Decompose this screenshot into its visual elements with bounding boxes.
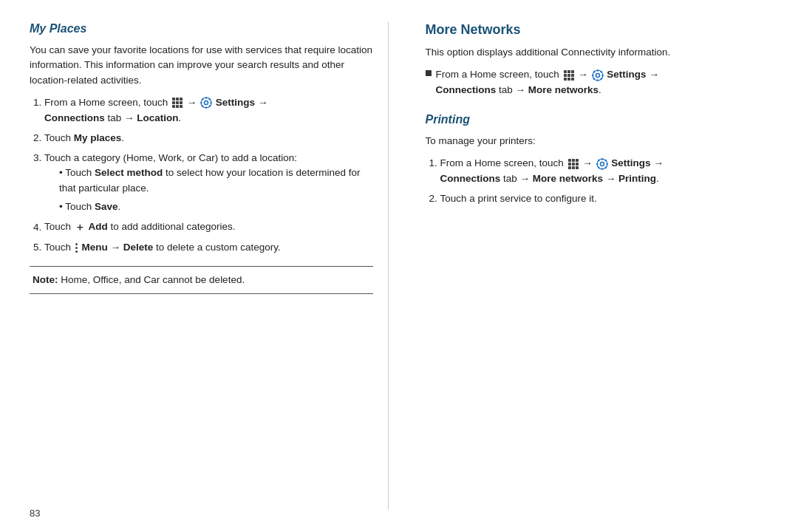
settings-icon-2 <box>592 69 604 81</box>
svg-point-2 <box>205 97 207 98</box>
svg-point-23 <box>601 168 602 169</box>
plus-icon: ＋ <box>75 219 85 236</box>
sub-bullets: Touch Select method to select how your l… <box>59 166 373 215</box>
step-1: From a Home screen, touch → <box>44 95 373 126</box>
delete-label: Delete <box>123 242 154 253</box>
my-places-label: My places <box>74 132 122 143</box>
my-places-steps: From a Home screen, touch → <box>44 95 373 256</box>
settings-label-2: Settings <box>607 69 646 80</box>
settings-label-3: Settings <box>611 157 650 168</box>
svg-point-5 <box>210 102 211 103</box>
printing-step-1: From a Home screen, touch → <box>440 156 769 187</box>
svg-point-24 <box>596 163 598 165</box>
step-3: Touch a category (Home, Work, or Car) to… <box>44 151 373 216</box>
printing-steps: From a Home screen, touch → <box>440 156 769 207</box>
svg-point-13 <box>596 79 598 81</box>
more-networks-title: More Networks <box>426 22 769 38</box>
step-4: Touch ＋ Add to add additional categories… <box>44 219 373 236</box>
apps-grid-icon <box>172 98 183 108</box>
settings-icon <box>200 97 212 109</box>
apps-grid-icon-3 <box>568 159 579 169</box>
svg-point-7 <box>209 106 211 107</box>
menu-label: Menu <box>82 242 108 253</box>
svg-point-29 <box>598 166 599 168</box>
svg-point-26 <box>598 160 599 161</box>
svg-point-9 <box>202 106 203 107</box>
svg-point-3 <box>205 106 207 108</box>
printing-step-2: Touch a print service to configure it. <box>440 191 769 207</box>
right-column: More Networks This option displays addit… <box>418 22 769 510</box>
svg-point-12 <box>596 69 598 71</box>
more-networks-bullet: From a Home screen, touch → <box>426 67 769 98</box>
menu-icon <box>75 243 78 253</box>
page-number: 83 <box>30 508 40 519</box>
sub-bullet-1: Touch Select method to select how your l… <box>59 166 373 197</box>
svg-point-28 <box>604 160 606 161</box>
more-networks-bullet-text: From a Home screen, touch → <box>436 67 659 98</box>
settings-icon-3 <box>596 158 608 170</box>
printing-label: Printing <box>618 173 656 184</box>
my-places-title: My Places <box>30 22 373 35</box>
svg-point-15 <box>601 74 603 75</box>
connections-label-3: Connections <box>440 173 501 184</box>
svg-point-27 <box>604 166 606 168</box>
svg-point-6 <box>202 98 203 100</box>
svg-point-25 <box>606 163 607 165</box>
svg-point-20 <box>600 162 604 166</box>
note-box: Note: Home, Office, and Car cannot be de… <box>30 266 373 294</box>
svg-point-19 <box>593 78 595 79</box>
printing-title: Printing <box>426 113 769 126</box>
printing-intro: To manage your printers: <box>426 134 769 149</box>
svg-point-4 <box>200 102 202 103</box>
connections-label-2: Connections <box>436 84 497 95</box>
svg-point-0 <box>205 101 208 105</box>
square-bullet-icon <box>426 70 432 76</box>
step-2: Touch My places. <box>44 131 373 146</box>
printing-section: Printing To manage your printers: From a… <box>426 113 769 207</box>
svg-point-14 <box>592 74 593 75</box>
svg-point-16 <box>593 71 595 72</box>
apps-grid-icon-2 <box>564 70 574 81</box>
left-column: My Places You can save your favorite loc… <box>30 22 389 510</box>
more-networks-label: More networks <box>528 84 598 95</box>
svg-point-18 <box>600 71 601 72</box>
note-label: Note: <box>33 274 58 285</box>
more-networks-intro: This option displays additional Connecti… <box>426 45 769 60</box>
svg-point-22 <box>601 158 602 160</box>
svg-point-17 <box>600 78 601 79</box>
svg-point-8 <box>209 98 211 100</box>
settings-label: Settings <box>216 97 255 108</box>
step-5: Touch Menu → Delete to delete a custom c… <box>44 240 373 256</box>
location-label: Location <box>137 112 178 123</box>
more-networks-label-2: More networks <box>533 173 603 184</box>
svg-point-10 <box>596 73 599 77</box>
add-label: Add <box>89 222 108 233</box>
note-text: Home, Office, and Car cannot be deleted. <box>58 274 245 285</box>
sub-bullet-2: Touch Save. <box>59 200 373 215</box>
connections-label: Connections <box>44 112 105 123</box>
my-places-intro: You can save your favorite locations for… <box>30 43 373 88</box>
